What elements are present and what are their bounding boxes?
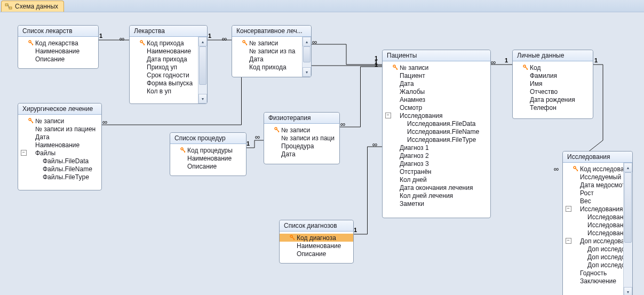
table-surg[interactable]: Хирургическое лечение№ записи№ записи из…: [18, 103, 102, 190]
field-row[interactable]: Доп исследо: [563, 261, 623, 269]
field-row[interactable]: Наименование: [280, 242, 353, 250]
expander-icon[interactable]: −: [566, 206, 571, 212]
field-row[interactable]: −Исследования: [383, 111, 490, 119]
schema-canvas[interactable]: Список лекарствКод лекарстваНаименование…: [0, 12, 644, 295]
scroll-down-icon[interactable]: ▾: [198, 94, 207, 103]
table-personal[interactable]: Личные данныеКодФамилияИмяОтчествоДата р…: [512, 50, 593, 119]
table-header[interactable]: Список диагнозов: [280, 220, 353, 232]
field-row[interactable]: Диагноз 3: [383, 160, 490, 168]
field-row[interactable]: Кол в уп: [130, 87, 198, 95]
field-row[interactable]: Телефон: [513, 103, 593, 111]
table-exams[interactable]: ИсследованияКод исследованИсследуемыйДат…: [562, 151, 633, 295]
table-diag_list[interactable]: Список диагнозовКод диагнозаНаименование…: [279, 220, 354, 264]
field-row[interactable]: Имя: [513, 79, 593, 87]
table-header[interactable]: Пациенты: [383, 50, 490, 61]
field-row[interactable]: № записи из паци: [264, 134, 339, 142]
field-row[interactable]: Описание: [18, 55, 98, 63]
scroll-up-icon[interactable]: ▴: [303, 37, 311, 46]
scroll-track[interactable]: [198, 46, 207, 94]
field-row[interactable]: Файлы.FileType: [18, 173, 101, 181]
field-row[interactable]: Дата окончания лечения: [383, 184, 490, 192]
field-row[interactable]: Наименование: [130, 47, 198, 55]
field-row[interactable]: Наименование: [170, 154, 246, 162]
field-row[interactable]: Рост: [563, 189, 623, 197]
field-row[interactable]: Файлы.FileData: [18, 157, 101, 165]
field-row[interactable]: Наименование: [18, 141, 101, 149]
field-row[interactable]: Дата: [232, 55, 302, 63]
table-drug_list[interactable]: Список лекарствКод лекарстваНаименование…: [18, 25, 99, 69]
scrollbar[interactable]: ▴▾: [302, 37, 311, 77]
field-row[interactable]: Осмотр: [383, 103, 490, 111]
field-row[interactable]: Приход уп: [130, 63, 198, 71]
field-row[interactable]: Код процедуры: [170, 146, 246, 154]
tab-schema[interactable]: Схема данных: [1, 1, 64, 12]
field-row[interactable]: Код диагноза: [280, 234, 353, 242]
field-row[interactable]: Исследовани: [563, 213, 623, 221]
table-physio[interactable]: Физиотерапия№ записи№ записи из пациПроц…: [264, 112, 340, 164]
field-row[interactable]: Исследуемый: [563, 173, 623, 181]
table-proc_list[interactable]: Список процедурКод процедурыНаименование…: [170, 132, 247, 176]
field-row[interactable]: −Исследования: [563, 205, 623, 213]
table-patients[interactable]: Пациенты№ записиПациентДатаЖалобыАнамнез…: [382, 50, 491, 218]
field-row[interactable]: № записи: [18, 117, 101, 125]
field-row[interactable]: № записи: [264, 126, 339, 134]
field-row[interactable]: Код прихода: [232, 63, 302, 71]
field-row[interactable]: Годность: [563, 269, 623, 277]
field-row[interactable]: Срок годности: [130, 71, 198, 79]
field-row[interactable]: № записи: [232, 39, 302, 47]
field-row[interactable]: № записи из пациен: [18, 125, 101, 133]
field-row[interactable]: Диагноз 2: [383, 152, 490, 160]
expander-icon[interactable]: −: [385, 113, 391, 118]
expander-icon[interactable]: −: [566, 238, 571, 244]
field-row[interactable]: Код: [513, 63, 593, 71]
field-row[interactable]: № записи из па: [232, 47, 302, 55]
field-row[interactable]: Заключение: [563, 277, 623, 285]
field-row[interactable]: Доп исследо: [563, 245, 623, 253]
field-row[interactable]: Исследования.FileName: [383, 127, 490, 135]
scroll-thumb[interactable]: [303, 46, 311, 62]
field-row[interactable]: Диагноз 1: [383, 143, 490, 152]
table-header[interactable]: Физиотерапия: [264, 113, 339, 124]
scroll-down-icon[interactable]: ▾: [303, 67, 311, 77]
table-drugs[interactable]: ЛекарстваКод приходаНаименованиеДата при…: [129, 25, 208, 104]
field-row[interactable]: Дата: [383, 79, 490, 87]
field-row[interactable]: Кол дней лечения: [383, 192, 490, 200]
field-row[interactable]: Исследования.FileType: [383, 135, 490, 143]
field-row[interactable]: Дата прихода: [130, 55, 198, 63]
field-row[interactable]: Процедура: [264, 142, 339, 150]
field-row[interactable]: Наименование: [18, 47, 98, 55]
scrollbar[interactable]: ▴▾: [623, 163, 632, 295]
field-row[interactable]: Файлы.FileName: [18, 165, 101, 173]
field-row[interactable]: −Файлы: [18, 149, 101, 157]
field-row[interactable]: Описание: [170, 162, 246, 170]
scroll-thumb[interactable]: [199, 46, 206, 85]
field-row[interactable]: Дата медосмот: [563, 181, 623, 189]
table-header[interactable]: Список процедур: [170, 133, 246, 144]
field-row[interactable]: Отчество: [513, 87, 593, 95]
field-row[interactable]: Вес: [563, 197, 623, 205]
field-row[interactable]: Кол дней: [383, 176, 490, 184]
table-header[interactable]: Список лекарств: [18, 26, 98, 37]
scroll-thumb[interactable]: [624, 172, 632, 243]
field-row[interactable]: Исследовани: [563, 229, 623, 237]
scrollbar[interactable]: ▴▾: [198, 37, 207, 103]
field-row[interactable]: Код лекарства: [18, 39, 98, 47]
scroll-up-icon[interactable]: ▴: [624, 163, 632, 172]
field-row[interactable]: Анамнез: [383, 95, 490, 103]
field-row[interactable]: Код исследован: [563, 165, 623, 173]
field-row[interactable]: Исследовани: [563, 221, 623, 229]
field-row[interactable]: Пациент: [383, 71, 490, 79]
field-row[interactable]: Дата: [18, 133, 101, 141]
table-header[interactable]: Личные данные: [513, 50, 593, 61]
field-row[interactable]: Фамилия: [513, 71, 593, 79]
table-header[interactable]: Консервативное леч...: [232, 26, 311, 37]
field-row[interactable]: Код прихода: [130, 39, 198, 47]
table-header[interactable]: Исследования: [563, 152, 632, 163]
field-row[interactable]: № записи: [383, 63, 490, 71]
field-row[interactable]: Отстранён: [383, 168, 490, 176]
field-row[interactable]: Заметки: [383, 200, 490, 208]
table-cons[interactable]: Консервативное леч...№ записи№ записи из…: [232, 25, 312, 77]
scroll-up-icon[interactable]: ▴: [198, 37, 207, 46]
field-row[interactable]: Описание: [280, 250, 353, 258]
field-row[interactable]: Дата рождения: [513, 95, 593, 103]
